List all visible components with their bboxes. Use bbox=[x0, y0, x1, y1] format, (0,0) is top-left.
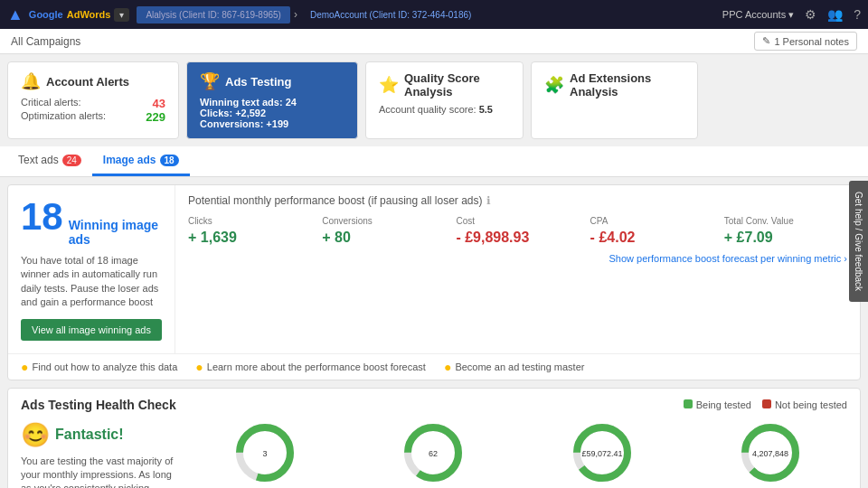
tab-image-ads-badge: 18 bbox=[160, 155, 179, 166]
donut-svg: 4,207,848 bbox=[739, 421, 802, 484]
ads-testing-card[interactable]: 🏆 Ads Testing Winning text ads: 24 Click… bbox=[186, 61, 358, 139]
perf-metric-label: Total Conv. Value bbox=[724, 216, 847, 226]
tab-text-ads-badge: 24 bbox=[62, 155, 81, 166]
donut-value: 3 bbox=[263, 449, 268, 458]
perf-metric-value: + 1,639 bbox=[188, 230, 311, 246]
sub-nav-right: ✎ 1 Personal notes bbox=[754, 32, 857, 51]
ads-card-header: 🏆 Ads Testing bbox=[200, 71, 344, 91]
users-icon[interactable]: 👥 bbox=[827, 7, 843, 22]
quality-icon: ⭐ bbox=[379, 75, 399, 95]
health-legend: Being tested Not being tested bbox=[684, 399, 847, 410]
help-icon[interactable]: ? bbox=[854, 7, 861, 22]
perf-metric: Cost - £9,898.93 bbox=[456, 216, 579, 246]
perf-metric: CPA - £4.02 bbox=[590, 216, 713, 246]
donut-chart-item: 62 Number of enabled ads bbox=[392, 421, 474, 488]
sub-nav: All Campaigns ✎ 1 Personal notes bbox=[0, 29, 868, 54]
health-body: 😊 Fantastic! You are testing the vast ma… bbox=[21, 421, 847, 488]
performance-right: Potential monthly performance boost (if … bbox=[175, 185, 860, 353]
donut-value: 62 bbox=[429, 449, 438, 458]
critical-value: 43 bbox=[153, 97, 165, 110]
alerts-card-header: 🔔 Account Alerts bbox=[21, 71, 165, 91]
info-link[interactable]: ● Find out how to analyze this data bbox=[21, 360, 177, 374]
account-alerts-card: 🔔 Account Alerts Critical alerts: 43 Opt… bbox=[7, 61, 179, 139]
winning-left: 18 Winning image ads You have total of 1… bbox=[8, 185, 175, 353]
all-campaigns-label[interactable]: All Campaigns bbox=[11, 35, 80, 48]
ads-winning-row: Winning text ads: 24 bbox=[200, 97, 344, 108]
tab-text-ads-label: Text ads bbox=[18, 154, 59, 166]
legend-not-dot bbox=[762, 399, 771, 408]
main-content: 18 Winning image ads You have total of 1… bbox=[0, 177, 868, 488]
perf-metric: Total Conv. Value + £7.09 bbox=[724, 216, 847, 246]
tab-image-ads-label: Image ads bbox=[103, 154, 156, 166]
ad-extensions-card[interactable]: 🧩 Ad Extensions Analysis bbox=[531, 61, 698, 139]
fantastic-label: Fantastic! bbox=[55, 427, 124, 443]
perf-forecast-link[interactable]: Show performance boost forecast per winn… bbox=[188, 253, 847, 264]
critical-alerts-row: Critical alerts: 43 bbox=[21, 97, 165, 110]
perf-metric-value: - £4.02 bbox=[590, 230, 713, 246]
extensions-card-title: Ad Extensions Analysis bbox=[570, 71, 684, 99]
tab-image-ads[interactable]: Image ads 18 bbox=[92, 146, 190, 176]
personal-notes-button[interactable]: ✎ 1 Personal notes bbox=[754, 32, 857, 51]
health-desc: You are testing the vast majority of you… bbox=[21, 455, 179, 488]
extensions-icon: 🧩 bbox=[544, 75, 564, 95]
perf-metric-label: CPA bbox=[590, 216, 713, 226]
health-title: Ads Testing Health Check bbox=[21, 398, 176, 412]
quality-score-row: Account quality score: 5.5 bbox=[379, 104, 510, 115]
ads-card-title: Ads Testing bbox=[225, 75, 291, 89]
fantastic-badge: 😊 Fantastic! bbox=[21, 421, 179, 449]
alerts-card-title: Account Alerts bbox=[46, 75, 129, 89]
info-dot-icon: ● bbox=[195, 360, 203, 374]
view-winning-ads-button[interactable]: View all image winning ads bbox=[21, 319, 162, 341]
breadcrumb-2[interactable]: DemoAccount (Client ID: 372-464-0186) bbox=[301, 6, 480, 23]
ppc-accounts-label[interactable]: PPC Accounts ▾ bbox=[722, 9, 794, 21]
critical-label: Critical alerts: bbox=[21, 97, 81, 110]
donut-value: 4,207,848 bbox=[752, 449, 788, 458]
winning-label: Winning image ads bbox=[69, 218, 162, 247]
donut-charts: 3 Number of enabled adgroups 62 Number o… bbox=[188, 421, 847, 488]
donut-chart-item: 3 Number of enabled adgroups bbox=[224, 421, 306, 488]
quality-card-title: Quality Score Analysis bbox=[404, 71, 510, 99]
perf-metric-value: + £7.09 bbox=[724, 230, 847, 246]
alerts-icon: 🔔 bbox=[21, 71, 41, 91]
tab-text-ads[interactable]: Text ads 24 bbox=[7, 146, 92, 176]
perf-metric-label: Conversions bbox=[322, 216, 445, 226]
cards-row: 🔔 Account Alerts Critical alerts: 43 Opt… bbox=[0, 54, 868, 146]
info-link[interactable]: ● Become an ad testing master bbox=[444, 360, 585, 374]
top-nav-right: PPC Accounts ▾ ⚙ 👥 ? bbox=[722, 7, 861, 22]
optimization-alerts-row: Optimization alerts: 229 bbox=[21, 110, 165, 124]
winning-desc: You have total of 18 image winner ads in… bbox=[21, 254, 162, 310]
donut-value: £59,072.41 bbox=[581, 449, 622, 458]
breadcrumb-area: Alalysis (Client ID: 867-619-8965) › Dem… bbox=[137, 6, 714, 23]
quality-score-card[interactable]: ⭐ Quality Score Analysis Account quality… bbox=[365, 61, 524, 139]
health-status: 😊 Fantastic! You are testing the vast ma… bbox=[21, 421, 179, 488]
ads-conversions-row: Conversions: +199 bbox=[200, 118, 344, 129]
perf-metric-value: - £9,898.93 bbox=[456, 230, 579, 246]
google-logo: Google bbox=[29, 9, 63, 20]
donut-chart-item: £59,072.41 Monthly spend of enabled ads bbox=[561, 421, 643, 488]
top-nav: ▲ Google AdWords ▾ Alalysis (Client ID: … bbox=[0, 0, 868, 29]
settings-icon[interactable]: ⚙ bbox=[805, 7, 816, 22]
health-check-section: Ads Testing Health Check Being tested No… bbox=[7, 388, 861, 488]
donut-svg: £59,072.41 bbox=[571, 421, 634, 484]
breadcrumb-1[interactable]: Alalysis (Client ID: 867-619-8965) bbox=[137, 6, 290, 23]
optimization-label: Optimization alerts: bbox=[21, 110, 106, 124]
notes-icon: ✎ bbox=[762, 35, 770, 47]
winning-top: 18 Winning image ads You have total of 1… bbox=[8, 185, 860, 353]
perf-metric-label: Clicks bbox=[188, 216, 311, 226]
fantastic-icon: 😊 bbox=[21, 421, 50, 449]
info-link[interactable]: ● Learn more about the performance boost… bbox=[195, 360, 426, 374]
perf-info-icon: ℹ bbox=[486, 194, 491, 207]
account-dropdown[interactable]: ▾ bbox=[114, 8, 129, 22]
legend-being-dot bbox=[684, 399, 693, 408]
ads-clicks-row: Clicks: +2,592 bbox=[200, 108, 344, 118]
perf-metric: Clicks + 1,639 bbox=[188, 216, 311, 246]
perf-metric: Conversions + 80 bbox=[322, 216, 445, 246]
perf-title: Potential monthly performance boost (if … bbox=[188, 194, 847, 207]
legend-not-label: Not being tested bbox=[775, 399, 847, 410]
quality-card-header: ⭐ Quality Score Analysis bbox=[379, 71, 510, 99]
logo-area: ▲ Google AdWords ▾ bbox=[7, 5, 129, 24]
right-panel[interactable]: Get help / Give feedback bbox=[849, 181, 868, 302]
perf-metric-value: + 80 bbox=[322, 230, 445, 246]
perf-metric-label: Cost bbox=[456, 216, 579, 226]
health-header: Ads Testing Health Check Being tested No… bbox=[21, 398, 847, 412]
